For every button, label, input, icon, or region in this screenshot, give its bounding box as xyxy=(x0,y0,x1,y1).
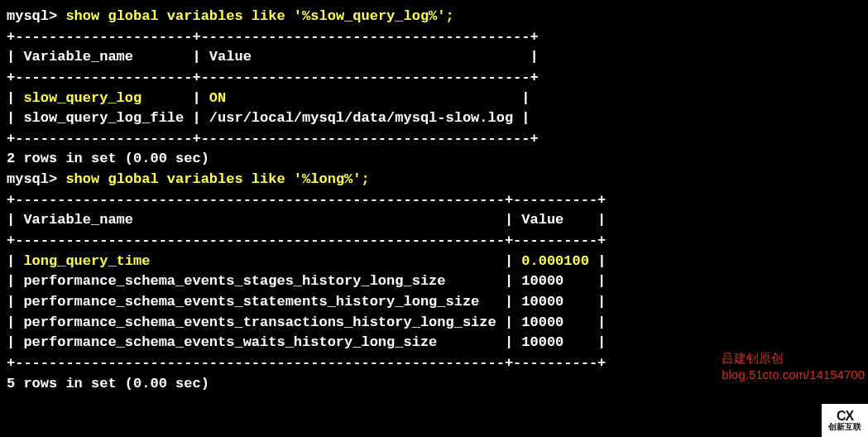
terminal-line: | Variable_name | Value | xyxy=(7,210,861,231)
terminal-line: 2 rows in set (0.00 sec) xyxy=(7,149,861,170)
terminal-output: mysql> show global variables like '%slow… xyxy=(7,7,861,394)
logo-mark-icon: CX xyxy=(837,410,853,423)
terminal-line: mysql> show global variables like '%long… xyxy=(7,170,861,190)
terminal-line: mysql> show global variables like '%slow… xyxy=(7,7,861,27)
terminal-line: | performance_schema_events_statements_h… xyxy=(7,292,861,313)
terminal-line: +---------------------------------------… xyxy=(7,231,861,252)
terminal-line: | performance_schema_events_transactions… xyxy=(7,313,861,334)
terminal-line: | long_query_time | 0.000100 | xyxy=(7,252,861,272)
terminal-line: +---------------------+-----------------… xyxy=(7,68,861,89)
terminal-line: | Variable_name | Value | xyxy=(7,47,861,68)
brand-logo: CX 创新互联 xyxy=(822,404,868,437)
watermark-author: 吕建钊原创 xyxy=(722,350,865,367)
watermark-text: 吕建钊原创 blog.51cto.com/14154700 xyxy=(722,350,865,384)
terminal-line: +---------------------+-----------------… xyxy=(7,129,861,150)
terminal-line: | slow_query_log_file | /usr/local/mysql… xyxy=(7,108,861,129)
logo-text: 创新互联 xyxy=(828,423,861,431)
terminal-line: | slow_query_log | ON | xyxy=(7,89,861,109)
terminal-line: +---------------------+-----------------… xyxy=(7,27,861,48)
watermark-url: blog.51cto.com/14154700 xyxy=(722,367,865,383)
terminal-line: | performance_schema_events_stages_histo… xyxy=(7,271,861,292)
terminal-line: +---------------------------------------… xyxy=(7,190,861,211)
